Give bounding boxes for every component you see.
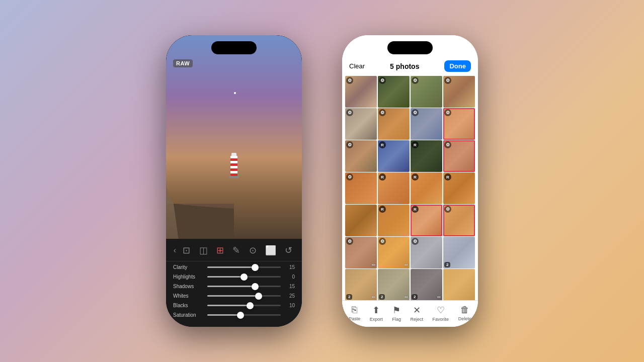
bottom-bar: ⎘ Paste ⬆ Export ⚑ Flag ✕ Reject ♡ Favor… bbox=[342, 300, 478, 327]
photo-cell-10[interactable]: R bbox=[378, 140, 410, 172]
blacks-thumb[interactable] bbox=[247, 302, 254, 309]
clarity-label: Clarity bbox=[173, 264, 203, 270]
photo-pencil-25: ✏ bbox=[372, 295, 376, 300]
saturation-thumb[interactable] bbox=[237, 312, 244, 319]
photo-cell-20[interactable]: ⚙ bbox=[443, 205, 475, 236]
reject-label: Reject bbox=[411, 317, 424, 322]
right-screen: Clear 5 photos Done ⚙⚙⚙⚙⚙⚙⚙⚙⚙RR⚙⚙RRRRR⚙⚙… bbox=[342, 35, 478, 327]
highlights-track[interactable] bbox=[207, 276, 281, 278]
star-dot bbox=[234, 92, 236, 94]
photo-cell-1[interactable]: ⚙ bbox=[345, 76, 377, 108]
sliders-icon[interactable]: ⊞ bbox=[214, 243, 226, 258]
photo-cell-27[interactable]: 2✏ bbox=[411, 269, 442, 300]
clear-button[interactable]: Clear bbox=[349, 62, 365, 70]
photo-pencil-21: ✏ bbox=[372, 262, 376, 267]
left-phone: RAW ‹ ⊡ ◫ ⊞ ✎ ⊙ ⬜ ↺ bbox=[166, 35, 302, 327]
photo-cell-11[interactable]: R bbox=[411, 140, 442, 172]
photo-cell-22[interactable]: ⚙✏ bbox=[378, 237, 410, 268]
highlights-thumb[interactable] bbox=[240, 274, 248, 281]
flag-label: Flag bbox=[392, 317, 401, 322]
delete-label: Delete bbox=[458, 316, 471, 321]
photo-badge-7: ⚙ bbox=[412, 109, 419, 116]
export-button[interactable]: ⬆ Export bbox=[370, 305, 383, 322]
adjust-icon[interactable]: ◫ bbox=[197, 243, 210, 258]
photo-cell-26[interactable]: 2✏ bbox=[378, 269, 410, 300]
favorite-icon: ♡ bbox=[437, 305, 445, 316]
shadows-value: 15 bbox=[285, 284, 295, 289]
photo-cell-2[interactable]: ⚙ bbox=[378, 76, 410, 108]
photo-badge-13: ⚙ bbox=[346, 173, 353, 180]
paste-button[interactable]: ⎘ Paste bbox=[349, 305, 360, 322]
photo-cell-18[interactable]: R bbox=[378, 205, 410, 236]
photo-badge-14: R bbox=[379, 173, 386, 180]
sliders-area: Clarity 15 Highlights 0 bbox=[166, 261, 302, 325]
highlights-fill bbox=[207, 276, 244, 278]
lh-base bbox=[229, 176, 238, 178]
reject-button[interactable]: ✕ Reject bbox=[411, 305, 424, 322]
photo-cell-19[interactable]: R bbox=[411, 205, 442, 236]
photo-cell-13[interactable]: ⚙ bbox=[345, 172, 377, 204]
dynamic-island-left bbox=[211, 41, 257, 54]
clarity-value: 15 bbox=[285, 264, 295, 270]
shadows-track[interactable] bbox=[207, 286, 281, 287]
undo-icon[interactable]: ↺ bbox=[283, 243, 294, 258]
photo-cell-21[interactable]: ⚙✏ bbox=[345, 237, 377, 268]
saturation-fill bbox=[207, 314, 240, 316]
photo-cell-24[interactable]: 2 bbox=[443, 237, 475, 268]
photo-cell-14[interactable]: R bbox=[378, 172, 410, 204]
photo-badge-5: ⚙ bbox=[346, 109, 353, 116]
blacks-row: Blacks 10 bbox=[173, 303, 295, 308]
favorite-label: Favorite bbox=[433, 317, 449, 322]
photo-cell-25[interactable]: 2✏ bbox=[345, 269, 377, 300]
crop-icon[interactable]: ⊡ bbox=[181, 243, 192, 258]
photo-cell-6[interactable]: ⚙ bbox=[378, 108, 410, 140]
whites-label: Whites bbox=[173, 293, 203, 299]
photo-cell-23[interactable]: ⚙ bbox=[411, 237, 442, 268]
whites-track[interactable] bbox=[207, 295, 281, 297]
photo-pencil-26: ✏ bbox=[405, 295, 409, 300]
mask-icon[interactable]: ⊙ bbox=[247, 243, 259, 258]
photo-cell-17[interactable] bbox=[345, 205, 377, 236]
photo-badge-20: ⚙ bbox=[444, 206, 451, 213]
tool-icons-row: ‹ ⊡ ◫ ⊞ ✎ ⊙ ⬜ ↺ bbox=[166, 243, 302, 261]
done-button[interactable]: Done bbox=[444, 60, 471, 72]
flag-button[interactable]: ⚑ Flag bbox=[392, 305, 401, 322]
photo-area: RAW bbox=[166, 35, 302, 239]
photo-badge-16: R bbox=[444, 173, 451, 180]
photo-num-26: 2 bbox=[379, 294, 385, 300]
photo-cell-4[interactable]: ⚙ bbox=[443, 76, 475, 108]
photo-badge-3: ⚙ bbox=[412, 77, 419, 84]
shadows-thumb[interactable] bbox=[252, 283, 259, 290]
lh-body bbox=[230, 156, 237, 176]
photo-badge-11: R bbox=[412, 141, 419, 148]
photo-cell-3[interactable]: ⚙ bbox=[411, 76, 442, 108]
square-icon[interactable]: ⬜ bbox=[263, 243, 278, 258]
photo-cell-8[interactable]: ⚙ bbox=[443, 108, 475, 140]
photo-cell-16[interactable]: R bbox=[443, 172, 475, 204]
shadows-row: Shadows 15 bbox=[173, 284, 295, 289]
photo-pencil-22: ✏ bbox=[405, 262, 409, 267]
delete-icon: 🗑 bbox=[460, 305, 469, 315]
back-icon[interactable]: ‹ bbox=[174, 246, 176, 255]
lighthouse-shape bbox=[229, 153, 238, 178]
highlights-label: Highlights bbox=[173, 274, 203, 280]
dynamic-island-right bbox=[387, 41, 433, 54]
photo-cell-12[interactable]: ⚙ bbox=[443, 140, 475, 172]
photo-cell-9[interactable]: ⚙ bbox=[345, 140, 377, 172]
photo-cell-15[interactable]: R bbox=[411, 172, 442, 204]
favorite-button[interactable]: ♡ Favorite bbox=[433, 305, 449, 322]
photo-cell-7[interactable]: ⚙ bbox=[411, 108, 442, 140]
whites-thumb[interactable] bbox=[255, 293, 262, 300]
blacks-track[interactable] bbox=[207, 305, 281, 306]
photo-cell-28[interactable] bbox=[443, 269, 475, 300]
photo-badge-4: ⚙ bbox=[444, 77, 451, 84]
curves-icon[interactable]: ✎ bbox=[230, 243, 242, 258]
clarity-thumb[interactable] bbox=[252, 264, 259, 271]
photo-cell-5[interactable]: ⚙ bbox=[345, 108, 377, 140]
delete-button[interactable]: 🗑 Delete bbox=[458, 305, 471, 322]
photo-badge-21: ⚙ bbox=[346, 238, 353, 245]
photo-grid: ⚙⚙⚙⚙⚙⚙⚙⚙⚙RR⚙⚙RRRRR⚙⚙✏⚙✏⚙22✏2✏2✏ bbox=[342, 76, 478, 300]
photo-badge-8: ⚙ bbox=[444, 109, 451, 116]
saturation-track[interactable] bbox=[207, 314, 281, 316]
clarity-track[interactable] bbox=[207, 266, 281, 268]
